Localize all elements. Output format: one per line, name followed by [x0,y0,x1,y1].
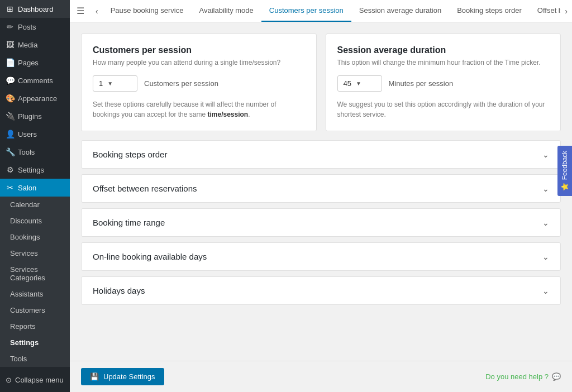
session-select-chevron: ▼ [356,80,361,87]
dashboard-icon: ⊞ [6,4,15,13]
feedback-icon: ⭐ [561,183,569,191]
session-select[interactable]: 45 ▼ [337,75,382,92]
tabs-arrow-right[interactable]: › [560,0,572,22]
accordion-booking-time-range: Booking time range ⌄ [81,208,561,237]
sidebar-item-tools[interactable]: 🔧 Tools [0,143,70,161]
customers-select[interactable]: 1 ▼ [93,75,137,92]
update-button-label: Update Settings [103,372,155,381]
accordion-holidays-chevron: ⌄ [542,286,549,295]
tab-booking-steps[interactable]: Booking steps order [449,0,530,22]
feedback-tab[interactable]: ⭐ Feedback [557,146,572,196]
help-text: Do you need help ? [485,372,549,381]
sidebar-item-salon[interactable]: ✂ Salon [0,179,70,197]
sidebar-item-plugins[interactable]: 🔌 Plugins [0,107,70,125]
accordion-holidays-title: Holidays days [93,286,145,295]
sidebar: ⊞ Dashboard ✏ Posts 🖼 Media 📄 Pages 💬 Co… [0,0,70,392]
session-select-row: 45 ▼ Minutes per session [337,75,550,92]
sidebar-item-users[interactable]: 👤 Users [0,125,70,143]
submenu-settings[interactable]: Settings [0,334,70,351]
comments-icon: 💬 [6,76,15,85]
sidebar-item-label: Settings [18,166,44,174]
sidebar-item-settings[interactable]: ⚙ Settings [0,161,70,179]
session-card-subtitle: This option will change the minimum hour… [337,59,550,66]
tab-session-duration[interactable]: Session average duration [351,0,449,22]
tools-icon: 🔧 [6,147,15,156]
customers-card-title: Customers per session [93,45,305,55]
sidebar-item-comments[interactable]: 💬 Comments [0,71,70,89]
sidebar-item-label: Posts [18,23,36,31]
accordion-online-booking-chevron: ⌄ [542,252,549,261]
accordion-offset-header[interactable]: Offset between reservations ⌄ [82,175,560,202]
accordion-offset-chevron: ⌄ [542,184,549,193]
submenu-services[interactable]: Services [0,245,70,261]
sidebar-item-dashboard[interactable]: ⊞ Dashboard [0,0,70,18]
submenu-calendar[interactable]: Calendar [0,197,70,213]
customers-select-chevron: ▼ [107,80,113,87]
collapse-label: Collapse menu [15,376,64,384]
appearance-icon: 🎨 [6,94,15,103]
submenu-assistants[interactable]: Assistants [0,286,70,302]
save-icon: 💾 [90,372,99,381]
posts-icon: ✏ [6,22,15,31]
submenu-customers[interactable]: Customers [0,302,70,318]
customers-card-subtitle: How many people you can attend during a … [93,59,305,66]
sidebar-item-pages[interactable]: 📄 Pages [0,54,70,71]
accordion-booking-time-range-chevron: ⌄ [542,218,549,227]
accordion-online-booking: On-line booking available days ⌄ [81,242,561,271]
accordion-booking-time-range-title: Booking time range [93,218,165,227]
main-content: ☰ ‹ Pause booking service Availability m… [70,0,572,392]
tabs-bar: ☰ ‹ Pause booking service Availability m… [70,0,572,22]
tab-pause-booking[interactable]: Pause booking service [103,0,192,22]
session-duration-card: Session average duration This option wil… [326,34,561,131]
sidebar-item-label: Media [18,41,37,49]
submenu-reports[interactable]: Reports [0,318,70,334]
tab-customers-per-session[interactable]: Customers per session [261,0,351,22]
help-link[interactable]: Do you need help ? 💬 [485,372,561,381]
sidebar-item-label: Users [18,130,37,138]
tabs-list: Pause booking service Availability mode … [103,0,561,22]
update-settings-button[interactable]: 💾 Update Settings [81,368,164,385]
session-card-note: We suggest you to set this option accord… [337,99,550,119]
submenu-tools[interactable]: Tools [0,351,70,367]
accordion-holidays-header[interactable]: Holidays days ⌄ [82,277,560,304]
customers-per-session-card: Customers per session How many people yo… [81,34,317,131]
submenu-discounts[interactable]: Discounts [0,213,70,229]
hamburger-button[interactable]: ☰ [70,0,91,22]
sidebar-item-label: Tools [18,148,35,156]
sidebar-item-label: Salon [18,184,36,192]
sidebar-item-label: Dashboard [18,5,54,13]
session-select-label: Minutes per session [389,79,454,88]
sidebar-item-media[interactable]: 🖼 Media [0,36,70,54]
accordion-booking-steps-title: Booking steps order [93,150,167,159]
bottom-bar: 💾 Update Settings Do you need help ? 💬 [70,361,572,392]
sidebar-item-label: Appearance [18,94,57,103]
page-content-area: Customers per session How many people yo… [70,22,572,361]
accordion-booking-steps-header[interactable]: Booking steps order ⌄ [82,141,560,168]
tab-availability[interactable]: Availability mode [191,0,261,22]
sidebar-item-label: Comments [18,77,53,85]
customers-note-end: . [248,111,250,118]
collapse-icon: ⊙ [6,376,12,384]
submenu-services-categories[interactable]: Services Categories [0,261,70,286]
accordion-holidays: Holidays days ⌄ [81,276,561,305]
tab-offset[interactable]: Offset between reservatio… [530,0,561,22]
sidebar-item-label: Plugins [18,112,42,121]
accordion-booking-steps: Booking steps order ⌄ [81,140,561,169]
accordion-online-booking-header[interactable]: On-line booking available days ⌄ [82,243,560,270]
accordion-offset: Offset between reservations ⌄ [81,174,561,203]
accordion-booking-steps-chevron: ⌄ [542,150,549,159]
tabs-arrow-left[interactable]: ‹ [91,0,103,22]
sidebar-item-posts[interactable]: ✏ Posts [0,18,70,36]
salon-icon: ✂ [6,183,15,192]
sidebar-item-appearance[interactable]: 🎨 Appearance [0,89,70,107]
plugins-icon: 🔌 [6,112,15,121]
session-select-value: 45 [344,79,351,88]
accordion-booking-time-range-header[interactable]: Booking time range ⌄ [82,209,560,236]
customers-note-bold: time/session [207,111,248,118]
sidebar-submenu: Calendar Discounts Bookings Services Ser… [0,197,70,367]
accordion-offset-title: Offset between reservations [93,184,197,193]
submenu-bookings[interactable]: Bookings [0,229,70,245]
accordion-online-booking-title: On-line booking available days [93,252,207,261]
collapse-menu-button[interactable]: ⊙ Collapse menu [0,371,70,389]
settings-icon: ⚙ [6,165,15,174]
